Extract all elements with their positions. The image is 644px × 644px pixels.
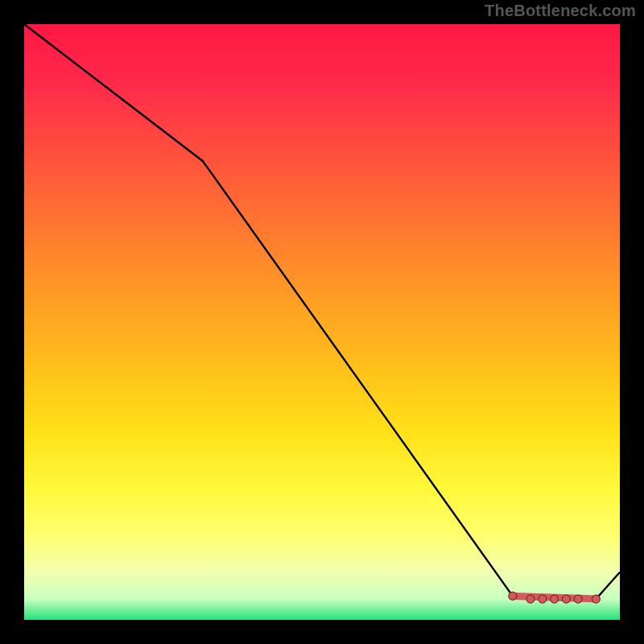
plot-area xyxy=(24,24,620,620)
data-marker xyxy=(509,592,517,600)
data-marker xyxy=(574,595,582,603)
data-marker xyxy=(526,595,535,603)
data-marker xyxy=(539,595,547,603)
data-marker xyxy=(551,595,559,603)
watermark-text: TheBottleneck.com xyxy=(485,2,636,20)
chart-svg xyxy=(24,24,620,620)
data-marker xyxy=(562,595,570,603)
data-marker xyxy=(592,595,600,603)
chart-container: TheBottleneck.com xyxy=(0,0,644,644)
gradient-background xyxy=(24,24,620,620)
